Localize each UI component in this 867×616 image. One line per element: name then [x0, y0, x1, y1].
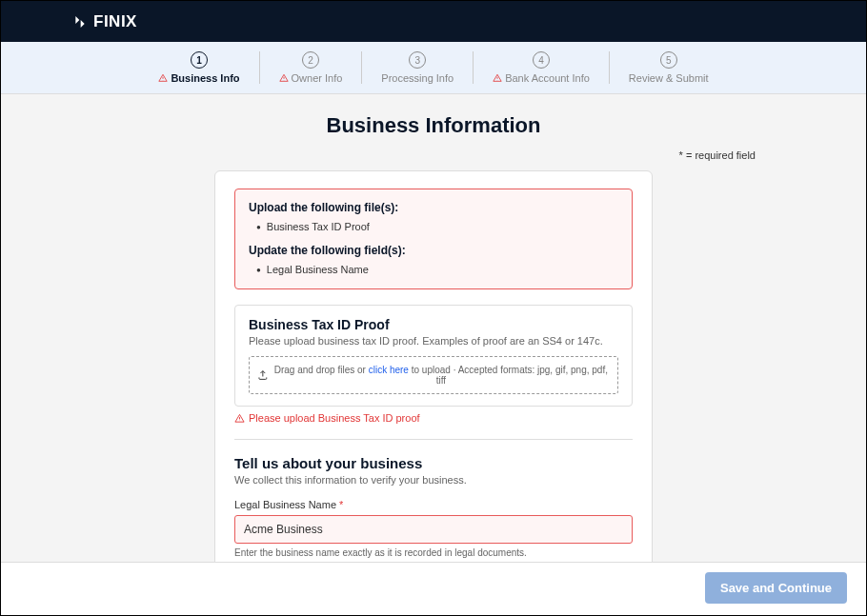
alert-update-item: Legal Business Name: [256, 262, 618, 277]
step-label: Owner Info: [279, 72, 343, 84]
upload-error-text: Please upload Business Tax ID proof: [249, 412, 420, 424]
upload-title: Business Tax ID Proof: [249, 317, 618, 332]
dropzone-link[interactable]: click here: [369, 365, 409, 375]
step-owner-info[interactable]: 2Owner Info: [260, 51, 363, 84]
upload-subtitle: Please upload business tax ID proof. Exa…: [249, 335, 618, 347]
alert-update-heading: Update the following field(s):: [249, 244, 618, 257]
form-section-subtitle: We collect this information to verify yo…: [234, 474, 633, 486]
dropzone-formats: · Accepted formats: jpg, gif, png, pdf, …: [436, 365, 608, 386]
page-title: Business Information: [1, 113, 866, 138]
legal-name-label: Legal Business Name *: [234, 499, 633, 510]
step-processing-info[interactable]: 3Processing Info: [362, 51, 474, 84]
step-label: Business Info: [158, 72, 239, 84]
step-number: 4: [533, 51, 550, 69]
warning-icon: [493, 73, 502, 83]
legal-business-name-field: Legal Business Name * Enter the business…: [234, 499, 633, 562]
brand-name: FINIX: [93, 12, 137, 31]
dropzone-suffix: to upload: [409, 365, 451, 375]
step-number: 3: [409, 51, 426, 69]
validation-alert: Upload the following file(s): Business T…: [234, 189, 633, 289]
main-content: Business Information * = required field …: [1, 94, 866, 562]
warning-icon: [158, 73, 168, 83]
step-bank-account-info[interactable]: 4Bank Account Info: [474, 51, 610, 84]
form-card: Upload the following file(s): Business T…: [214, 170, 653, 562]
form-section-title: Tell us about your business: [234, 455, 633, 471]
alert-upload-heading: Upload the following file(s):: [249, 201, 618, 214]
alert-upload-list: Business Tax ID Proof: [249, 219, 618, 234]
dropzone-prefix: Drag and drop files or: [274, 365, 369, 375]
step-number: 5: [660, 51, 677, 69]
step-label: Bank Account Info: [493, 72, 590, 84]
step-label: Review & Submit: [629, 72, 709, 84]
step-review-&-submit[interactable]: 5Review & Submit: [610, 51, 728, 84]
save-and-continue-button[interactable]: Save and Continue: [705, 572, 847, 604]
legal-business-name-input[interactable]: [234, 515, 633, 544]
upload-error: Please upload Business Tax ID proof: [234, 412, 633, 424]
step-business-info[interactable]: 1Business Info: [139, 51, 259, 84]
warning-icon: [279, 73, 289, 83]
alert-upload-item: Business Tax ID Proof: [256, 219, 618, 234]
progress-stepper: 1Business Info2Owner Info3Processing Inf…: [1, 42, 866, 94]
upload-icon: [257, 369, 269, 381]
step-number: 1: [191, 51, 208, 69]
step-label: Processing Info: [381, 72, 454, 84]
finix-logo-icon: [72, 14, 88, 30]
alert-update-list: Legal Business Name: [249, 262, 618, 277]
app-header: FINIX: [1, 1, 866, 42]
brand-logo: FINIX: [72, 12, 137, 31]
upload-panel: Business Tax ID Proof Please upload busi…: [234, 305, 633, 407]
warning-icon: [234, 413, 245, 424]
page-footer: Save and Continue: [1, 562, 866, 613]
file-dropzone[interactable]: Drag and drop files or click here to upl…: [249, 356, 618, 394]
step-number: 2: [302, 51, 319, 69]
section-divider: [234, 439, 633, 440]
required-field-note: * = required field: [110, 149, 757, 161]
legal-name-help: Enter the business name exactly as it is…: [234, 547, 633, 558]
